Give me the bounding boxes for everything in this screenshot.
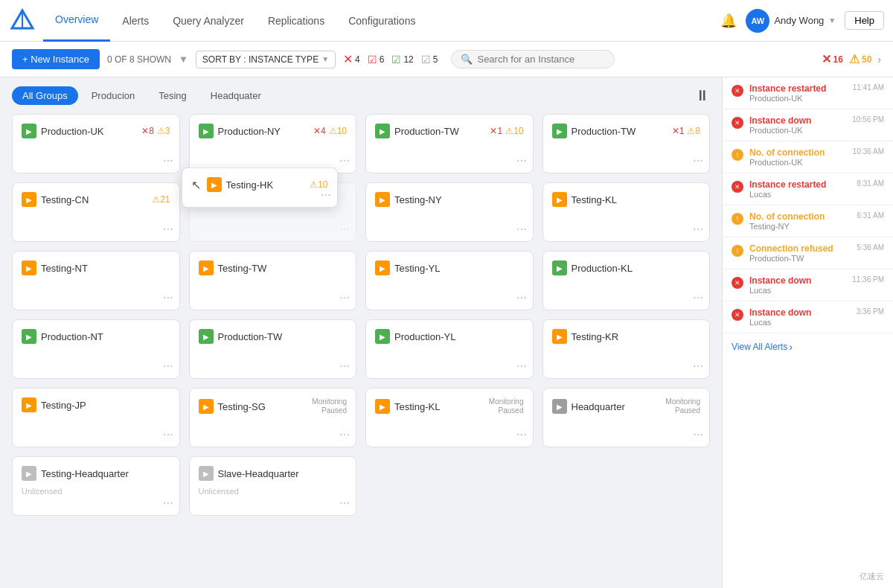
- tab-query-analyzer[interactable]: Query Analyzer: [161, 0, 256, 42]
- instance-icon: ▶: [22, 124, 36, 138]
- alert-title: Instance restarted: [749, 179, 851, 190]
- more-button[interactable]: ⋯: [693, 292, 703, 304]
- instance-card-production-tw-2[interactable]: ▶ Production-TW ✕1 ⚠8 ⋯: [542, 114, 711, 173]
- right-panel: ✕ Instance restarted Production-UK 11:41…: [722, 77, 893, 588]
- more-button[interactable]: ⋯: [693, 155, 703, 167]
- instance-card-testing-jp[interactable]: ▶ Testing-JP ⋯: [12, 388, 180, 447]
- more-button[interactable]: ⋯: [163, 360, 173, 372]
- alert-dot-error: ✕: [732, 277, 743, 289]
- more-button[interactable]: ⋯: [163, 292, 173, 304]
- chevron-right-icon: ›: [789, 341, 793, 353]
- instance-card-testing-hq[interactable]: ▶ Testing-Headquarter Unlicensed ⋯: [12, 456, 180, 516]
- global-error-count: ✕ 16: [822, 52, 843, 66]
- more-button[interactable]: ⋯: [163, 429, 173, 441]
- instance-card-testing-nt[interactable]: ▶ Testing-NT ⋯: [12, 251, 180, 310]
- instance-card-production-ny[interactable]: ▶ Production-NY ✕4 ⚠10 ⋯: [189, 114, 357, 173]
- alert-title: No. of connection: [749, 211, 851, 222]
- instance-card-headquarter[interactable]: ▶ Headquarter MonitoringPaused ⋯: [542, 388, 711, 447]
- more-button[interactable]: ⋯: [516, 360, 527, 372]
- group-tab-tesing[interactable]: Tesing: [148, 86, 197, 105]
- instance-card-testing-kl[interactable]: ▶ Testing-KL ⋯: [542, 182, 711, 242]
- brand-label: 亿速云: [860, 571, 884, 582]
- instance-icon: ▶: [375, 329, 390, 344]
- more-button[interactable]: ⋯: [339, 497, 350, 509]
- alert-time: 5:36 AM: [857, 243, 884, 252]
- filter-dropdown-icon[interactable]: ▼: [179, 54, 188, 65]
- instance-card-production-uk[interactable]: ▶ Production-UK ✕8 ⚠3 ⋯: [12, 114, 180, 173]
- search-box[interactable]: 🔍: [451, 50, 615, 68]
- alert-content: Instance restarted Production-UK: [749, 83, 847, 103]
- instance-card-production-nt[interactable]: ▶ Production-NT ⋯: [12, 319, 180, 379]
- instance-card-production-kl[interactable]: ▶ Production-KL ⋯: [542, 251, 711, 310]
- more-button[interactable]: ⋯: [163, 223, 173, 235]
- more-button[interactable]: ⋯: [163, 155, 173, 167]
- alert-title: Instance down: [749, 275, 846, 286]
- tab-configurations[interactable]: Configurations: [336, 0, 427, 42]
- check-icon-1: ☑: [368, 54, 377, 65]
- tab-overview[interactable]: Overview: [43, 0, 110, 42]
- alert-title: Instance down: [749, 307, 851, 318]
- instance-card-production-tw-1[interactable]: ▶ Production-TW ✕1 ⚠10 ⋯: [365, 114, 534, 173]
- more-button[interactable]: ⋯: [516, 429, 527, 441]
- more-alerts-icon[interactable]: ›: [877, 54, 881, 65]
- instance-name: Production-UK: [41, 126, 137, 137]
- more-button[interactable]: ⋯: [339, 360, 350, 372]
- instance-card-testing-tw[interactable]: ▶ Testing-TW ⋯: [189, 251, 357, 310]
- tab-replications[interactable]: Replications: [256, 0, 336, 42]
- more-button[interactable]: ⋯: [163, 497, 173, 509]
- instance-icon: ▶: [199, 261, 214, 275]
- instance-card-testing-kl-2[interactable]: ▶ Testing-KL MonitoringPaused ⋯: [365, 388, 534, 447]
- alert-dot-error: ✕: [732, 309, 743, 321]
- bell-button[interactable]: 🔔: [720, 13, 737, 29]
- sort-chevron-icon: ▼: [321, 55, 329, 63]
- instance-name: Testing-KR: [572, 331, 701, 342]
- instance-card-production-tw-3[interactable]: ▶ Production-TW ⋯: [189, 319, 357, 379]
- new-instance-button[interactable]: + New Instance: [12, 49, 100, 69]
- check-icon-2: ☑: [391, 54, 401, 65]
- global-warn-icon: ⚠: [849, 52, 860, 66]
- logo: [9, 7, 36, 34]
- instance-card-testing-ny[interactable]: ▶ Testing-NY ⋯: [365, 182, 534, 242]
- alert-item: ✕ Instance restarted Lucas 8:31 AM: [723, 173, 893, 205]
- alert-sub: Lucas: [749, 318, 851, 327]
- instance-card-slave-hq[interactable]: ▶ Slave-Headquarter Unlicensed ⋯: [189, 456, 357, 516]
- tab-alerts[interactable]: Alerts: [110, 0, 161, 42]
- pause-button[interactable]: ⏸: [695, 87, 710, 104]
- group-tab-headquater[interactable]: Headquater: [200, 86, 272, 105]
- user-area[interactable]: AW Andy Wong ▼: [746, 9, 836, 33]
- content-area: All Groups Producion Tesing Headquater ⏸…: [0, 77, 893, 588]
- more-button[interactable]: ⋯: [339, 223, 350, 235]
- more-button[interactable]: ⋯: [693, 360, 703, 372]
- more-button[interactable]: ⋯: [693, 223, 703, 235]
- alert-item: ✕ Instance down Lucas 3:36 PM: [723, 301, 893, 333]
- avatar: AW: [746, 9, 769, 33]
- more-button[interactable]: ⋯: [339, 155, 350, 167]
- more-button[interactable]: ⋯: [339, 429, 350, 441]
- more-button[interactable]: ⋯: [516, 155, 527, 167]
- more-button[interactable]: ⋯: [516, 292, 527, 304]
- instance-card-testing-kr[interactable]: ▶ Testing-KR ⋯: [542, 319, 711, 379]
- alert-title: Instance restarted: [749, 83, 847, 94]
- instance-card-testing-yl[interactable]: ▶ Testing-YL ⋯: [365, 251, 534, 310]
- search-icon: 🔍: [461, 54, 473, 65]
- instance-name: Headquarter: [572, 401, 662, 412]
- more-button[interactable]: ⋯: [516, 223, 527, 235]
- alert-time: 11:41 AM: [853, 83, 884, 92]
- help-button[interactable]: Help: [845, 11, 884, 30]
- more-button[interactable]: ⋯: [693, 429, 703, 441]
- alert-sub: Production-TW: [749, 254, 851, 263]
- instance-card-testing-sg[interactable]: ▶ Testing-SG MonitoringPaused ⋯: [189, 388, 357, 447]
- search-input[interactable]: [477, 54, 605, 65]
- group-tab-producion[interactable]: Producion: [81, 86, 146, 105]
- instance-card-testing-cn[interactable]: ▶ Testing-CN ⚠21 ⋯: [12, 182, 180, 242]
- instance-name: Testing-JP: [41, 400, 170, 411]
- group-tab-all[interactable]: All Groups: [12, 86, 78, 105]
- tooltip-more-button[interactable]: ⋯: [321, 189, 331, 201]
- top-nav: Overview Alerts Query Analyzer Replicati…: [0, 0, 893, 42]
- sort-button[interactable]: SORT BY : INSTANCE TYPE ▼: [196, 51, 336, 68]
- main-panel: All Groups Producion Tesing Headquater ⏸…: [0, 77, 722, 588]
- instance-card-production-yl[interactable]: ▶ Production-YL ⋯: [365, 319, 534, 379]
- view-all-alerts[interactable]: View All Alerts ›: [723, 333, 893, 360]
- alert-time: 11:36 PM: [852, 275, 884, 284]
- more-button[interactable]: ⋯: [339, 292, 350, 304]
